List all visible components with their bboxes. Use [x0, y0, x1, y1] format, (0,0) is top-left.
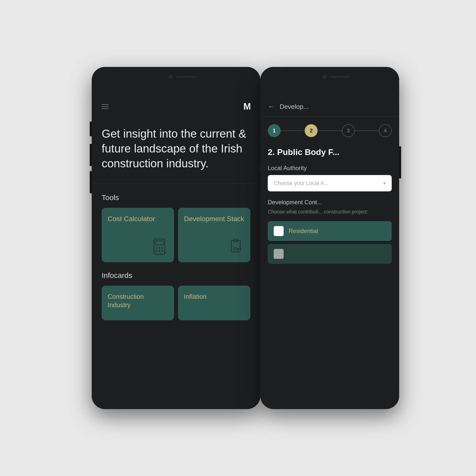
- step-1[interactable]: 1: [268, 124, 281, 137]
- local-authority-placeholder: Choose your Local A...: [274, 180, 328, 186]
- local-authority-label: Local Authority: [268, 165, 392, 172]
- svg-point-3: [159, 247, 160, 249]
- camera-2: [322, 74, 327, 79]
- svg-point-4: [162, 247, 163, 249]
- screen-1: M Get insight into the current & future …: [92, 67, 260, 409]
- cost-calculator-card[interactable]: Cost Calculator: [102, 208, 174, 262]
- svg-rect-1: [155, 241, 163, 245]
- infocards-grid: Construction Industry Inflation: [102, 286, 250, 320]
- step-2[interactable]: 2: [305, 124, 318, 137]
- svg-point-7: [162, 250, 163, 252]
- phone-2-screen: ← Develop... 1 2 3 4 2. Public Body F...: [260, 67, 399, 409]
- phone2-silent-button[interactable]: [258, 171, 260, 193]
- construction-industry-title: Construction Industry: [108, 293, 168, 309]
- volume-down-button[interactable]: [90, 144, 92, 166]
- clipboard-icon: [184, 238, 244, 255]
- residential-label: Residential: [289, 228, 318, 235]
- step-3[interactable]: 3: [342, 124, 355, 137]
- phone-1: M Get insight into the current & future …: [92, 67, 260, 409]
- notch-area-2: [260, 67, 399, 97]
- phone2-volume-down-button[interactable]: [258, 144, 260, 166]
- chevron-down-icon: ▾: [383, 180, 386, 186]
- infocards-title: Infocards: [102, 271, 250, 280]
- silent-button[interactable]: [90, 171, 92, 193]
- infocards-section: Infocards Construction Industry Inflatio…: [92, 262, 260, 320]
- residential-checkbox[interactable]: [274, 226, 284, 236]
- hero-text: Get insight into the current & future la…: [102, 126, 250, 171]
- camera-1: [169, 74, 173, 79]
- phone2-volume-up-button[interactable]: [258, 121, 260, 136]
- scene: M Get insight into the current & future …: [0, 0, 476, 476]
- tools-grid: Cost Calculator: [102, 208, 250, 262]
- cost-calculator-title: Cost Calculator: [108, 215, 168, 223]
- svg-point-2: [156, 247, 157, 249]
- back-button[interactable]: ←: [268, 103, 275, 111]
- steps-container: 1 2 3 4: [260, 117, 399, 145]
- construction-industry-card[interactable]: Construction Industry: [102, 286, 174, 320]
- development-stack-title: Development Stack: [184, 215, 244, 223]
- residential-checkbox-row[interactable]: Residential: [268, 221, 392, 241]
- local-authority-input[interactable]: Choose your Local A... ▾: [268, 175, 392, 191]
- step-line-2: [318, 130, 342, 131]
- speaker-2: [330, 76, 350, 78]
- notch-area-1: [92, 67, 260, 97]
- phone-1-screen: M Get insight into the current & future …: [92, 67, 260, 409]
- step-line-1: [281, 130, 305, 131]
- volume-up-button[interactable]: [90, 121, 92, 136]
- screen-2: ← Develop... 1 2 3 4 2. Public Body F...: [260, 67, 399, 409]
- logo-icon: M: [243, 101, 250, 112]
- tools-section-title: Tools: [102, 193, 250, 202]
- phone-2: ← Develop... 1 2 3 4 2. Public Body F...: [260, 67, 399, 409]
- hero-section: Get insight into the current & future la…: [92, 117, 260, 183]
- form-content: 2. Public Body F... Local Authority Choo…: [260, 145, 399, 409]
- step-line-3: [355, 130, 379, 131]
- inflation-title: Inflation: [184, 293, 207, 301]
- second-checkbox-row[interactable]: [268, 244, 392, 264]
- nav-bar-2: ← Develop...: [260, 97, 399, 117]
- svg-point-5: [156, 250, 157, 252]
- form-section-title: 2. Public Body F...: [268, 147, 392, 157]
- top-bar-1: M: [92, 97, 260, 117]
- calculator-icon: [108, 238, 168, 255]
- speaker-1: [176, 76, 196, 78]
- tools-section: Tools Cost Calculator: [92, 183, 260, 262]
- development-stack-card[interactable]: Development Stack: [178, 208, 250, 262]
- nav-title-2: Develop...: [280, 103, 309, 111]
- second-checkbox[interactable]: [274, 249, 284, 259]
- step-4[interactable]: 4: [379, 124, 392, 137]
- inflation-card[interactable]: Inflation: [178, 286, 250, 320]
- dev-contribution-desc: Choose what contributi... construction p…: [268, 208, 392, 215]
- phone2-power-button[interactable]: [399, 146, 401, 178]
- menu-icon[interactable]: [102, 104, 109, 109]
- svg-point-6: [159, 250, 160, 252]
- dev-contribution-label: Development Cont...: [268, 199, 392, 206]
